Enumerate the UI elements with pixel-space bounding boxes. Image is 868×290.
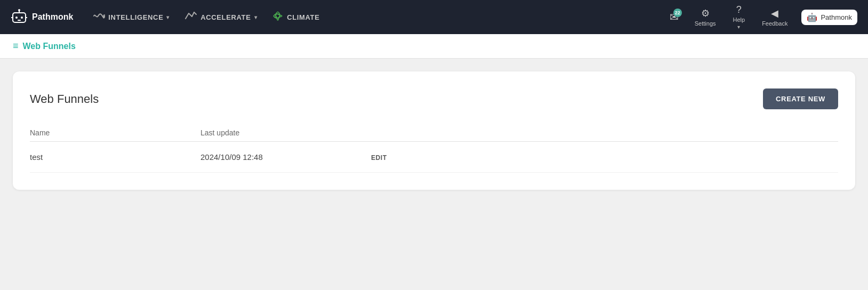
breadcrumb-bar: ≡ Web Funnels (0, 34, 868, 59)
breadcrumb-label: Web Funnels (23, 42, 76, 51)
help-button[interactable]: ? Help ▾ (727, 1, 752, 33)
navbar: Pathmonk INTELLIGENCE ▾ ACCELERATE ▾ (0, 0, 868, 34)
intelligence-icon (93, 11, 105, 23)
intelligence-label: INTELLIGENCE (108, 13, 163, 21)
accelerate-chevron-icon: ▾ (254, 14, 258, 20)
nav-climate[interactable]: CLIMATE (267, 7, 325, 28)
svg-rect-0 (13, 13, 26, 22)
card-title: Web Funnels (30, 92, 99, 106)
help-label: Help (733, 17, 745, 23)
account-icon: 🤖 (807, 12, 817, 22)
help-chevron-icon: ▾ (737, 24, 740, 30)
notifications-badge: 22 (673, 9, 682, 17)
create-new-button[interactable]: CREATE NEW (763, 88, 838, 109)
col-header-name: Name (30, 128, 200, 137)
logo-label: Pathmonk (32, 12, 73, 22)
col-header-last-update: Last update (200, 128, 371, 137)
feedback-label: Feedback (762, 20, 787, 27)
notifications-button[interactable]: ✉ 22 (664, 7, 684, 27)
web-funnels-card: Web Funnels CREATE NEW Name Last update … (13, 71, 855, 190)
account-label: Pathmonk (821, 13, 852, 21)
edit-button[interactable]: EDIT (371, 154, 387, 162)
svg-line-9 (194, 12, 196, 14)
settings-icon: ⚙ (701, 7, 710, 19)
feedback-icon: ◀ (771, 7, 778, 19)
account-button[interactable]: 🤖 Pathmonk (801, 10, 857, 25)
feedback-button[interactable]: ◀ Feedback (756, 4, 794, 30)
table-header-row: Name Last update (30, 124, 838, 142)
svg-point-5 (18, 9, 20, 11)
nav-accelerate[interactable]: ACCELERATE ▾ (179, 8, 262, 27)
cell-name: test (30, 152, 200, 162)
help-icon: ? (736, 4, 742, 15)
card-header: Web Funnels CREATE NEW (30, 88, 838, 109)
logo-link[interactable]: Pathmonk (11, 9, 73, 26)
svg-point-2 (21, 17, 23, 19)
svg-rect-3 (18, 20, 21, 21)
settings-button[interactable]: ⚙ Settings (688, 4, 722, 30)
climate-label: CLIMATE (287, 13, 319, 21)
climate-icon (272, 10, 284, 25)
cell-action: EDIT (371, 152, 838, 162)
intelligence-chevron-icon: ▾ (166, 14, 170, 20)
logo-icon (11, 9, 28, 26)
table-row: test 2024/10/09 12:48 EDIT (30, 142, 838, 173)
accelerate-label: ACCELERATE (200, 13, 251, 21)
nav-intelligence[interactable]: INTELLIGENCE ▾ (88, 8, 175, 27)
funnels-table: Name Last update test 2024/10/09 12:48 E… (30, 124, 838, 173)
breadcrumb-icon: ≡ (13, 41, 19, 52)
settings-label: Settings (695, 20, 716, 27)
col-header-action (371, 128, 838, 137)
accelerate-icon (184, 11, 197, 23)
main-content: Web Funnels CREATE NEW Name Last update … (0, 59, 868, 203)
cell-last-update: 2024/10/09 12:48 (200, 152, 371, 162)
svg-point-1 (15, 17, 18, 19)
